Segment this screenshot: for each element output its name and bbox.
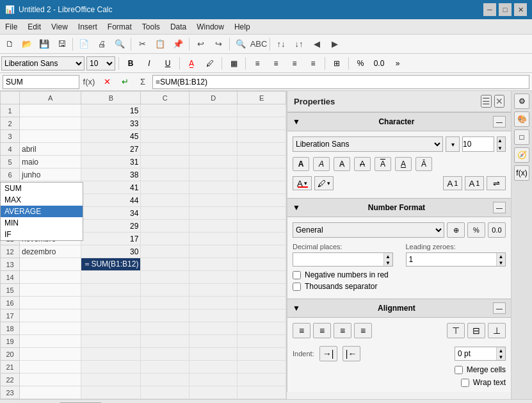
print-button[interactable]: 🖨 [93,37,110,52]
indent-increase-btn[interactable]: →| [319,346,337,361]
nf-leading-spin[interactable]: ▲ ▼ [496,253,505,266]
cell-b5[interactable]: 31 [81,156,141,169]
titlebar-controls[interactable]: ─ □ ✕ [483,3,527,16]
character-font-select[interactable]: Liberation Sans [293,136,443,152]
cell-e3[interactable] [238,130,286,143]
cell-d19[interactable] [189,335,238,348]
char-bold-btn[interactable]: A [293,157,309,171]
menu-tools[interactable]: Tools [137,21,165,33]
cell-e7[interactable] [238,181,286,194]
maximize-button[interactable]: □ [499,3,512,16]
cell-b22[interactable] [81,374,141,386]
char-size-spin[interactable]: ▲ ▼ [497,136,506,152]
menu-edit[interactable]: Edit [22,21,46,33]
col-header-e[interactable]: E [238,92,286,104]
cell-c1[interactable] [141,104,189,117]
function-wizard-button[interactable]: f(x) [81,74,97,90]
cell-e22[interactable] [238,374,286,386]
cell-c2[interactable] [141,117,189,130]
minimize-button[interactable]: ─ [483,3,496,16]
border-button[interactable]: ▦ [225,56,242,70]
font-name-select[interactable]: Liberation Sans [1,56,85,70]
cell-a1[interactable] [20,104,81,117]
sort-desc-button[interactable]: ↓↑ [291,37,307,52]
col-header-c[interactable]: C [141,92,189,104]
find-button[interactable]: 🔍 [232,37,249,52]
cell-b21[interactable] [81,361,141,374]
cell-e2[interactable] [238,117,286,130]
char-overline-btn[interactable]: A [375,157,391,171]
col-header-a[interactable]: A [20,92,81,104]
nav-prev-button[interactable]: ◀ [309,37,325,52]
cell-b14[interactable] [81,271,141,284]
cell-reference-input[interactable] [3,75,79,89]
cell-c20[interactable] [141,348,189,361]
cell-c3[interactable] [141,130,189,143]
cell-d5[interactable] [189,156,238,169]
ac-item-average[interactable]: AVERAGE [1,206,83,217]
cell-b23[interactable] [81,386,141,399]
char-case-btn[interactable]: Ā [415,157,432,171]
cell-b15[interactable] [81,284,141,297]
cell-a13[interactable] [20,258,81,271]
cell-d2[interactable] [189,117,238,130]
nf-leading-spin-up[interactable]: ▲ [496,253,505,259]
indent-input[interactable] [455,347,496,360]
character-section-header[interactable]: ▼ Character — [287,112,511,131]
justify-button[interactable]: ≡ [305,56,321,70]
alignment-section-header[interactable]: ▼ Alignment — [287,299,511,318]
cell-d23[interactable] [189,386,238,399]
cell-d16[interactable] [189,297,238,309]
ac-item-max[interactable]: MAX [1,194,83,206]
cell-c10[interactable] [141,220,189,233]
merge-button[interactable]: ⊞ [328,56,345,70]
number-format-collapse[interactable]: — [493,202,506,213]
cell-b9[interactable]: 34 [81,207,141,220]
nf-thousands-checkbox[interactable] [293,283,301,291]
cell-b17[interactable] [81,309,141,322]
cell-a19[interactable] [20,335,81,348]
cell-e9[interactable] [238,207,286,220]
cell-a22[interactable] [20,374,81,386]
cell-c4[interactable] [141,143,189,156]
cell-e19[interactable] [238,335,286,348]
align-right-btn[interactable]: ≡ [334,323,351,338]
spellcheck-button[interactable]: ABC [250,37,267,52]
cell-c9[interactable] [141,207,189,220]
ac-item-if[interactable]: IF [1,229,83,240]
cell-c8[interactable] [141,194,189,207]
merge-cells-checkbox[interactable] [455,366,463,374]
cell-d14[interactable] [189,271,238,284]
cell-c21[interactable] [141,361,189,374]
menu-help[interactable]: Help [229,21,255,33]
cell-e12[interactable] [238,245,286,258]
cell-b13[interactable]: ＝SUM(B1:B12) [81,258,141,271]
highlight-button[interactable]: 🖊 [202,56,218,70]
cell-e10[interactable] [238,220,286,233]
cell-c23[interactable] [141,386,189,399]
cell-e23[interactable] [238,386,286,399]
cell-b10[interactable]: 29 [81,220,141,233]
wrap-text-checkbox[interactable] [461,379,469,387]
cell-d21[interactable] [189,361,238,374]
cell-d20[interactable] [189,348,238,361]
paste-button[interactable]: 📌 [170,37,186,52]
cell-e18[interactable] [238,322,286,335]
cell-e14[interactable] [238,271,286,284]
cell-d4[interactable] [189,143,238,156]
undo-button[interactable]: ↩ [192,37,209,52]
cell-d8[interactable] [189,194,238,207]
nf-decimal-spin[interactable]: ▲ ▼ [383,253,392,266]
cell-d10[interactable] [189,220,238,233]
align-center-btn[interactable]: ≡ [313,323,331,338]
sort-asc-button[interactable]: ↑↓ [273,37,289,52]
nav-next-button[interactable]: ▶ [326,37,343,52]
nf-leading-input[interactable] [407,253,497,266]
cell-d22[interactable] [189,374,238,386]
cell-a3[interactable] [20,130,81,143]
cell-a17[interactable] [20,309,81,322]
col-header-d[interactable]: D [189,92,238,104]
cell-a23[interactable] [20,386,81,399]
save-button[interactable]: 💾 [36,37,52,52]
cell-b6[interactable]: 38 [81,169,141,181]
